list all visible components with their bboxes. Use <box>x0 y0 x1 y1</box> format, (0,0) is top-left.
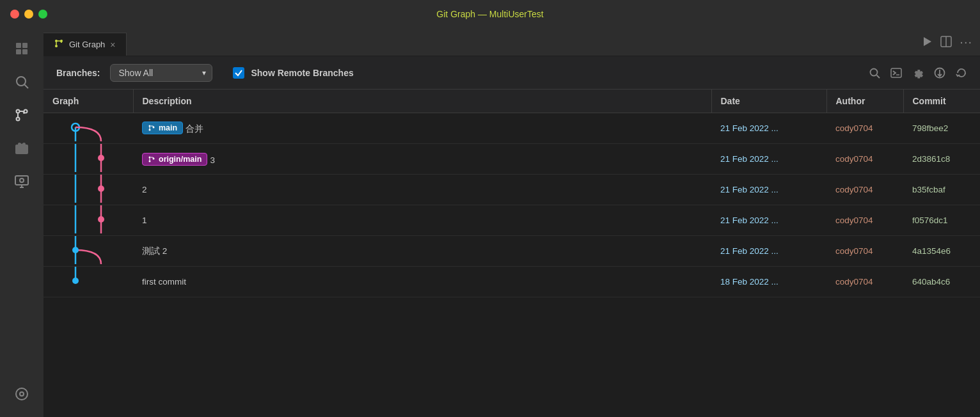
main-layout: Git Graph × ··· Branches: Show All m <box>0 28 980 417</box>
graph-cell <box>43 205 133 236</box>
author-header: Author <box>826 90 903 113</box>
graph-svg <box>43 205 133 233</box>
editor-area: Git Graph × ··· Branches: Show All m <box>43 28 980 417</box>
svg-point-39 <box>98 185 104 192</box>
date-cell: 18 Feb 2022 ... <box>711 267 826 297</box>
svg-point-13 <box>55 40 58 42</box>
close-button[interactable] <box>10 10 19 19</box>
branch-select-wrapper[interactable]: Show All main origin/main ▾ <box>110 64 212 82</box>
svg-line-5 <box>25 85 29 89</box>
table-row[interactable]: first commit18 Feb 2022 ...cody0704640ab… <box>43 267 980 297</box>
tab-bar-left: Git Graph × <box>43 33 127 56</box>
graph-cell <box>43 236 133 267</box>
fetch-button[interactable] <box>934 67 945 79</box>
activity-bar <box>0 28 43 417</box>
activity-item-explorer[interactable] <box>6 33 37 64</box>
graph-cell <box>43 144 133 175</box>
split-editor-button[interactable] <box>940 36 952 47</box>
commit-cell: 640ab4c6 <box>903 267 980 297</box>
graph-header: Graph <box>43 90 133 113</box>
svg-point-42 <box>98 216 104 223</box>
tab-bar: Git Graph × ··· <box>43 28 980 56</box>
description-cell: origin/main 3 <box>133 144 711 175</box>
terminal-button[interactable] <box>890 67 902 79</box>
graph-svg <box>43 267 133 295</box>
refresh-button[interactable] <box>956 67 967 79</box>
table-header-row: Graph Description Date Author Commit <box>43 90 980 113</box>
table-row[interactable]: origin/main 321 Feb 2022 ...cody07042d38… <box>43 144 980 175</box>
commit-header: Commit <box>903 90 980 113</box>
table-row[interactable]: main 合并21 Feb 2022 ...cody0704798fbee2 <box>43 113 980 144</box>
toolbar-actions <box>869 67 967 79</box>
svg-rect-9 <box>15 176 28 185</box>
date-cell: 21 Feb 2022 ... <box>711 236 826 267</box>
svg-point-4 <box>17 77 26 86</box>
commit-description: 1 <box>142 216 147 225</box>
run-button[interactable] <box>921 36 933 47</box>
origin-branch-badge[interactable]: origin/main <box>142 153 207 166</box>
date-cell: 21 Feb 2022 ... <box>711 175 826 205</box>
svg-point-46 <box>72 278 79 284</box>
graph-cell <box>43 175 133 205</box>
branch-select[interactable]: Show All main origin/main <box>110 64 212 82</box>
author-cell: cody0704 <box>826 113 903 144</box>
graph-svg <box>43 236 133 264</box>
date-cell: 21 Feb 2022 ... <box>711 113 826 144</box>
activity-item-source-control[interactable] <box>6 100 37 130</box>
activity-item-tag[interactable] <box>6 379 37 409</box>
minimize-button[interactable] <box>24 10 33 19</box>
author-cell: cody0704 <box>826 175 903 205</box>
svg-point-34 <box>149 156 151 158</box>
graph-cell <box>43 267 133 297</box>
svg-point-6 <box>17 110 20 113</box>
commits-table: Graph Description Date Author Commit <box>43 90 980 297</box>
graph-cell <box>43 113 133 144</box>
table-row[interactable]: 221 Feb 2022 ...cody0704b35fcbaf <box>43 175 980 205</box>
graph-svg <box>43 113 133 141</box>
tab-bar-right: ··· <box>921 28 980 56</box>
svg-rect-0 <box>16 43 21 48</box>
git-graph-tab[interactable]: Git Graph × <box>43 33 127 56</box>
search-commits-button[interactable] <box>869 67 880 79</box>
description-cell: first commit <box>133 267 711 297</box>
activity-item-remote[interactable] <box>6 166 37 197</box>
table-row[interactable]: 測試 221 Feb 2022 ...cody07044a1354e6 <box>43 236 980 267</box>
description-header: Description <box>133 90 711 113</box>
date-cell: 21 Feb 2022 ... <box>711 144 826 175</box>
git-table: Graph Description Date Author Commit <box>43 90 980 417</box>
author-cell: cody0704 <box>826 144 903 175</box>
svg-point-44 <box>72 247 79 253</box>
svg-rect-2 <box>16 49 21 54</box>
more-actions-button[interactable]: ··· <box>960 35 972 49</box>
activity-item-search[interactable] <box>6 67 37 97</box>
show-remote-label: Show Remote Branches <box>251 68 353 78</box>
commit-cell: 4a1354e6 <box>903 236 980 267</box>
description-cell: 1 <box>133 205 711 236</box>
author-cell: cody0704 <box>826 236 903 267</box>
table-row[interactable]: 121 Feb 2022 ...cody0704f0576dc1 <box>43 205 980 236</box>
traffic-lights <box>10 10 47 19</box>
show-remote-checkbox-area[interactable]: Show Remote Branches <box>233 67 353 79</box>
svg-line-20 <box>877 75 880 78</box>
svg-point-36 <box>153 157 155 159</box>
svg-rect-3 <box>22 49 28 54</box>
activity-item-extensions[interactable] <box>6 133 37 164</box>
commit-description: 2 <box>142 185 147 194</box>
tab-label: Git Graph <box>69 40 105 49</box>
commit-description: 測試 2 <box>142 246 167 256</box>
main-branch-badge[interactable]: main <box>142 122 183 134</box>
description-cell: 2 <box>133 175 711 205</box>
branches-label: Branches: <box>56 68 100 78</box>
date-cell: 21 Feb 2022 ... <box>711 205 826 236</box>
show-remote-checkbox[interactable] <box>233 67 244 79</box>
commit-cell: 2d3861c8 <box>903 144 980 175</box>
svg-point-14 <box>55 45 58 47</box>
svg-point-11 <box>16 388 28 400</box>
maximize-button[interactable] <box>38 10 47 19</box>
commit-cell: 798fbee2 <box>903 113 980 144</box>
graph-svg <box>43 144 133 172</box>
git-icon <box>148 124 155 132</box>
description-cell: main 合并 <box>133 113 711 144</box>
settings-button[interactable] <box>912 67 924 79</box>
tab-close-button[interactable]: × <box>110 40 115 50</box>
